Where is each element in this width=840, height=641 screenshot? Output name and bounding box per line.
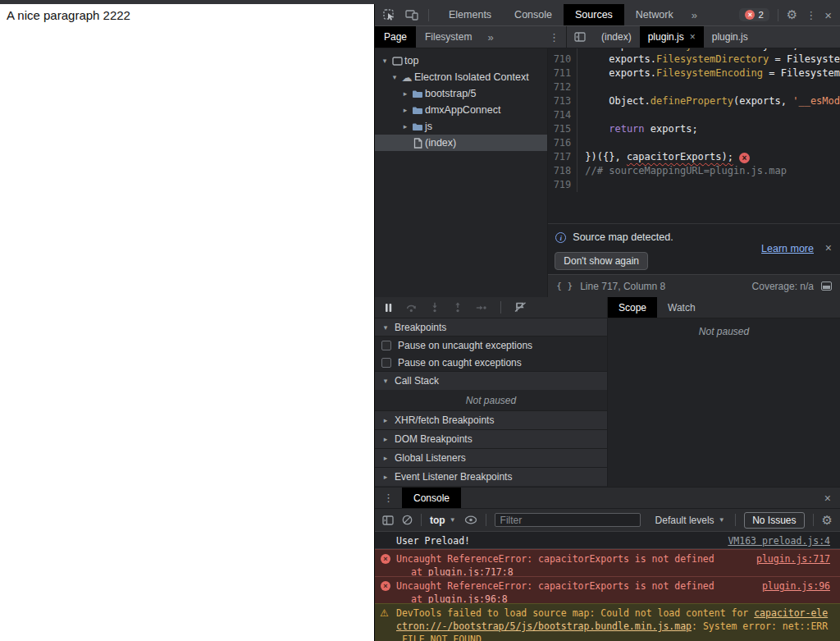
learn-more-link[interactable]: Learn more	[761, 243, 814, 254]
clear-console-icon[interactable]	[402, 515, 413, 525]
more-nav-tabs-icon[interactable]: »	[481, 26, 499, 48]
console-warning-message: ⚠ DevTools failed to load source map: Co…	[375, 603, 840, 641]
console-settings-gear-icon[interactable]: ⚙	[822, 513, 833, 528]
checkbox[interactable]	[381, 358, 391, 368]
source-location-link[interactable]: plugin.js:717	[756, 552, 830, 565]
close-notification-icon[interactable]: ×	[825, 241, 832, 254]
tree-item-top[interactable]: ▾ top	[375, 53, 547, 69]
device-toolbar-icon[interactable]	[405, 9, 418, 21]
chevron-down-icon: ▾	[381, 323, 390, 332]
step-icon[interactable]	[476, 303, 487, 313]
kebab-menu-icon[interactable]: ⋮	[806, 9, 816, 21]
chevron-down-icon: ▼	[719, 516, 725, 524]
tree-item-index-selected[interactable]: (index)	[375, 135, 547, 151]
section-dom-breakpoints[interactable]: ▸ DOM Breakpoints	[375, 429, 607, 448]
section-event-listener-breakpoints[interactable]: ▸ Event Listener Breakpoints	[375, 467, 607, 486]
editor-tab-pluginjs-active[interactable]: plugin.js ×	[640, 26, 704, 48]
toggle-sidebar-icon[interactable]	[567, 26, 593, 48]
sources-header-row: Page Filesystem » ⋮ (index) plugin.js × …	[375, 26, 840, 48]
cursor-position: Line 717, Column 8	[580, 281, 665, 292]
drawer-kebab-menu-icon[interactable]: ⋮	[375, 488, 402, 508]
pretty-print-icon[interactable]: { }	[556, 281, 573, 291]
tree-item-electron-isolated-context[interactable]: ▾ ☁ Electron Isolated Context	[375, 69, 547, 85]
tab-console[interactable]: Console	[503, 4, 564, 25]
show-drawer-icon[interactable]	[821, 282, 832, 291]
debugger-toolbar	[375, 297, 607, 318]
close-tab-icon[interactable]: ×	[690, 31, 696, 43]
tab-page[interactable]: Page	[375, 26, 416, 48]
close-drawer-icon[interactable]: ×	[815, 488, 840, 508]
chevron-right-icon[interactable]: ▸	[400, 89, 410, 98]
code-editor: 709 exports.Filesystem = Filesystem; 710…	[548, 48, 840, 297]
tab-console-drawer[interactable]: Console	[402, 488, 461, 508]
chevron-down-icon[interactable]: ▾	[380, 57, 390, 65]
editor-status-bar: { } Line 717, Column 8 Coverage: n/a	[548, 274, 840, 297]
tab-sources[interactable]: Sources	[564, 4, 624, 25]
step-out-icon[interactable]	[453, 302, 463, 313]
console-drawer: ⋮ Console × top ▼	[375, 487, 840, 641]
chevron-right-icon: ▸	[381, 416, 390, 424]
code-line: 711 exports.FilesystemEncoding = Filesys…	[548, 66, 840, 80]
pause-uncaught-exceptions-row[interactable]: Pause on uncaught exceptions	[375, 337, 607, 354]
context-selector[interactable]: top ▼	[430, 515, 456, 526]
console-log-message: VM163 preload.js:4 User Preload!	[375, 532, 840, 549]
tab-elements[interactable]: Elements	[437, 4, 503, 25]
code-line: 714	[548, 108, 840, 122]
section-call-stack[interactable]: ▾ Call Stack	[375, 371, 607, 390]
error-icon[interactable]: ×	[739, 153, 750, 163]
checkbox[interactable]	[381, 341, 391, 350]
chevron-right-icon: ▸	[381, 473, 390, 481]
close-devtools-icon[interactable]: ×	[824, 8, 832, 22]
editor-tab-index[interactable]: (index)	[593, 26, 640, 48]
live-expression-eye-icon[interactable]	[464, 515, 477, 524]
settings-gear-icon[interactable]: ⚙	[787, 7, 797, 22]
screenshot-root: A nice paragraph 2222 Elements Console S…	[0, 0, 840, 641]
devtools-main-toolbar: Elements Console Sources Network » × 2 ⚙…	[375, 4, 840, 26]
toolbar-divider	[428, 9, 429, 21]
dont-show-again-button[interactable]: Don't show again	[555, 252, 648, 270]
warning-icon: ⚠	[380, 607, 389, 620]
tree-item-js[interactable]: ▸ js	[375, 118, 547, 135]
console-sidebar-icon[interactable]	[382, 515, 394, 525]
editor-tab-pluginjs[interactable]: plugin.js	[704, 26, 756, 48]
code-line: 715 return exports;	[548, 122, 840, 136]
section-global-listeners[interactable]: ▸ Global Listeners	[375, 448, 607, 467]
tab-scope[interactable]: Scope	[608, 297, 657, 318]
console-filter-input[interactable]	[495, 513, 641, 527]
tree-item-dmxappconnect[interactable]: ▸ dmxAppConnect	[375, 102, 547, 118]
editor-tab-bar: (index) plugin.js × plugin.js	[567, 26, 840, 48]
more-tabs-icon[interactable]: »	[685, 4, 703, 25]
source-location-link[interactable]: plugin.js:96	[762, 579, 830, 593]
section-breakpoints[interactable]: ▾ Breakpoints	[375, 318, 607, 337]
chevron-right-icon: ▸	[381, 435, 390, 443]
error-count-badge[interactable]: × 2	[739, 8, 769, 21]
nav-kebab-menu-icon[interactable]: ⋮	[542, 26, 566, 48]
scope-empty-state: Not paused	[608, 318, 840, 487]
tab-network[interactable]: Network	[624, 4, 685, 25]
chevron-down-icon: ▾	[381, 377, 390, 385]
tree-item-bootstrap5[interactable]: ▸ bootstrap/5	[375, 85, 547, 102]
code-line: 718//# sourceMappingURL=plugin.js.map	[548, 164, 840, 178]
step-into-icon[interactable]	[430, 302, 440, 313]
chevron-right-icon[interactable]: ▸	[400, 122, 410, 130]
section-xhr-breakpoints[interactable]: ▸ XHR/fetch Breakpoints	[375, 410, 607, 429]
code-line-error: 717})({}, capacitorExports);×	[548, 150, 840, 164]
pause-script-icon[interactable]	[384, 303, 393, 313]
notification-text: Source map detected.	[573, 231, 673, 243]
chevron-right-icon[interactable]: ▸	[400, 106, 410, 114]
console-messages: VM163 preload.js:4 User Preload! × plugi…	[375, 532, 840, 641]
tab-watch[interactable]: Watch	[657, 297, 706, 318]
code-lines[interactable]: 709 exports.Filesystem = Filesystem; 710…	[548, 48, 840, 223]
source-location-link[interactable]: VM163 preload.js:4	[728, 534, 830, 547]
no-issues-button[interactable]: No Issues	[744, 512, 804, 529]
tab-filesystem[interactable]: Filesystem	[416, 26, 481, 48]
chevron-down-icon: ▼	[450, 516, 456, 524]
chevron-down-icon[interactable]: ▾	[390, 73, 399, 81]
step-over-icon[interactable]	[406, 303, 417, 313]
deactivate-breakpoints-icon[interactable]	[514, 302, 527, 313]
toolbar-divider	[778, 9, 778, 21]
log-levels-selector[interactable]: Default levels ▼	[655, 515, 725, 526]
cloud-icon: ☁	[399, 71, 414, 84]
inspect-element-icon[interactable]	[383, 9, 395, 21]
pause-caught-exceptions-row[interactable]: Pause on caught exceptions	[375, 354, 607, 371]
